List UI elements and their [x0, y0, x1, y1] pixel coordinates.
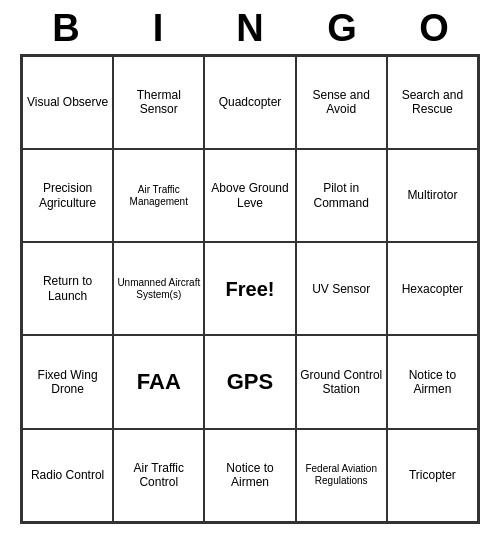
- cell-r4c0[interactable]: Radio Control: [22, 429, 113, 522]
- cell-r2c2[interactable]: Free!: [204, 242, 295, 335]
- cell-r0c4[interactable]: Search and Rescue: [387, 56, 478, 149]
- cell-r3c3[interactable]: Ground Control Station: [296, 335, 387, 428]
- cell-r4c1[interactable]: Air Traffic Control: [113, 429, 204, 522]
- cell-r1c1[interactable]: Air Traffic Management: [113, 149, 204, 242]
- cell-r3c2[interactable]: GPS: [204, 335, 295, 428]
- bingo-header: B I N G O: [20, 8, 480, 50]
- cell-r3c1[interactable]: FAA: [113, 335, 204, 428]
- cell-r0c3[interactable]: Sense and Avoid: [296, 56, 387, 149]
- cell-r4c3[interactable]: Federal Aviation Regulations: [296, 429, 387, 522]
- cell-r2c0[interactable]: Return to Launch: [22, 242, 113, 335]
- cell-r1c0[interactable]: Precision Agriculture: [22, 149, 113, 242]
- letter-o: O: [388, 8, 480, 50]
- cell-r2c3[interactable]: UV Sensor: [296, 242, 387, 335]
- cell-r0c2[interactable]: Quadcopter: [204, 56, 295, 149]
- cell-r4c4[interactable]: Tricopter: [387, 429, 478, 522]
- cell-r1c2[interactable]: Above Ground Leve: [204, 149, 295, 242]
- letter-g: G: [296, 8, 388, 50]
- cell-r0c1[interactable]: Thermal Sensor: [113, 56, 204, 149]
- cell-r4c2[interactable]: Notice to Airmen: [204, 429, 295, 522]
- letter-n: N: [204, 8, 296, 50]
- cell-r3c4[interactable]: Notice to Airmen: [387, 335, 478, 428]
- cell-r0c0[interactable]: Visual Observe: [22, 56, 113, 149]
- cell-r2c1[interactable]: Unmanned Aircraft System(s): [113, 242, 204, 335]
- letter-i: I: [112, 8, 204, 50]
- cell-r3c0[interactable]: Fixed Wing Drone: [22, 335, 113, 428]
- cell-r1c3[interactable]: Pilot in Command: [296, 149, 387, 242]
- cell-r2c4[interactable]: Hexacopter: [387, 242, 478, 335]
- letter-b: B: [20, 8, 112, 50]
- cell-r1c4[interactable]: Multirotor: [387, 149, 478, 242]
- bingo-grid: Visual ObserveThermal SensorQuadcopterSe…: [20, 54, 480, 524]
